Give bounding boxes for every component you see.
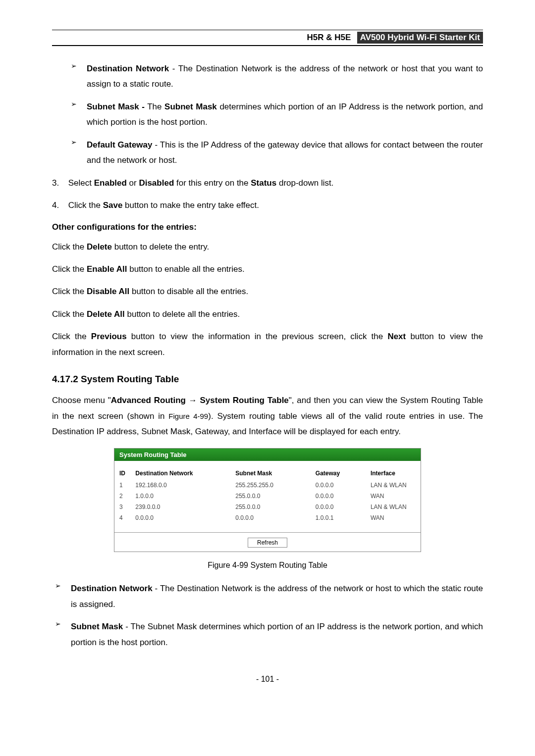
step-text: drop-down list.	[276, 178, 333, 188]
config-line: Click the Enable All button to enable al…	[52, 261, 483, 277]
term-label: Destination Network	[87, 64, 169, 73]
cell-id: 1	[114, 480, 130, 491]
term-label: Default Gateway	[87, 140, 153, 150]
step-text: button to make the entry take effect.	[122, 201, 259, 210]
bullet-arrow-icon: ➢	[55, 620, 61, 628]
step-number: 4.	[52, 198, 66, 213]
term-label: Subnet Mask -	[87, 102, 145, 111]
section-intro: Choose menu "Advanced Routing → System R…	[52, 393, 483, 439]
term-text: - The Subnet Mask determines which porti…	[71, 622, 483, 647]
step-text: Select	[68, 178, 94, 188]
step-text: Click the	[68, 201, 103, 210]
product-code: H5R & H5E	[307, 33, 351, 42]
list-item: Destination Network - The Destination Ne…	[87, 61, 483, 92]
bullet-arrow-icon: ➢	[55, 582, 61, 590]
config-text: button to disable all the entries.	[129, 287, 248, 296]
step-bold: Enabled	[94, 178, 127, 188]
list-item: Subnet Mask - The Subnet Mask determines…	[71, 619, 483, 650]
step-text: for this entry on the	[174, 178, 251, 188]
term-label: Destination Network	[71, 584, 153, 593]
step-3: 3. Select Enabled or Disabled for this e…	[52, 175, 483, 191]
step-text: or	[127, 178, 139, 188]
config-text: Click the	[52, 287, 87, 296]
config-text: Click the	[52, 264, 87, 274]
intro-text: →	[186, 396, 200, 405]
cell-interface: WAN	[366, 512, 421, 523]
step-bold: Save	[103, 201, 123, 210]
cell-dest: 1.0.0.0	[130, 491, 230, 502]
cell-interface: LAN & WLAN	[366, 480, 421, 491]
routing-button-row: Refresh	[114, 532, 421, 552]
step-bold: Status	[251, 178, 276, 188]
figure-routing-table: System Routing Table ID Destination Netw…	[52, 448, 483, 552]
page-header: H5R & H5E AV500 Hybrid Wi-Fi Starter Kit	[52, 30, 483, 46]
bullet-arrow-icon: ➢	[71, 138, 77, 146]
table-row: 2 1.0.0.0 255.0.0.0 0.0.0.0 WAN	[114, 491, 421, 502]
prev-next-line: Click the Previous button to view the in…	[52, 329, 483, 360]
list-item: Subnet Mask - The Subnet Mask determines…	[87, 99, 483, 130]
config-text: button to delete all the entries.	[125, 309, 240, 319]
bullet-arrow-icon: ➢	[71, 62, 77, 70]
routing-panel-title: System Routing Table	[114, 449, 421, 461]
nav-text: Click the	[52, 332, 91, 341]
step-bold: Disabled	[139, 178, 174, 188]
col-gateway: Gateway	[311, 467, 366, 480]
table-row: 1 192.168.0.0 255.255.255.0 0.0.0.0 LAN …	[114, 480, 421, 491]
list-item: Default Gateway - This is the IP Address…	[87, 137, 483, 168]
intro-bold: Advanced Routing	[111, 396, 186, 405]
figure-caption: Figure 4-99 System Routing Table	[52, 561, 483, 570]
config-bold: Delete All	[87, 309, 125, 319]
cell-dest: 0.0.0.0	[130, 512, 230, 523]
cell-mask: 255.255.255.0	[230, 480, 311, 491]
config-line: Click the Delete button to delete the en…	[52, 239, 483, 254]
config-bold: Enable All	[87, 264, 127, 274]
step-number: 3.	[52, 175, 66, 191]
table-row: 4 0.0.0.0 0.0.0.0 1.0.0.1 WAN	[114, 512, 421, 523]
cell-id: 3	[114, 502, 130, 512]
definition-list-bottom: ➢ Destination Network - The Destination …	[71, 581, 483, 650]
col-interface: Interface	[366, 467, 421, 480]
cell-mask: 255.0.0.0	[230, 502, 311, 512]
config-text: Click the	[52, 242, 87, 252]
routing-panel: System Routing Table ID Destination Netw…	[114, 448, 421, 552]
col-id: ID	[114, 467, 130, 480]
col-subnetmask: Subnet Mask	[230, 467, 311, 480]
cell-mask: 0.0.0.0	[230, 512, 311, 523]
step-4: 4. Click the Save button to make the ent…	[52, 198, 483, 213]
config-bold: Delete	[87, 242, 112, 252]
figure-ref: Figure 4-99	[168, 412, 208, 420]
cell-dest: 239.0.0.0	[130, 502, 230, 512]
cell-id: 4	[114, 512, 130, 523]
config-line: Click the Delete All button to delete al…	[52, 306, 483, 322]
intro-bold: System Routing Table	[200, 396, 288, 405]
table-header-row: ID Destination Network Subnet Mask Gatew…	[114, 467, 421, 480]
cell-gateway: 0.0.0.0	[311, 502, 366, 512]
config-line: Click the Disable All button to disable …	[52, 284, 483, 299]
cell-dest: 192.168.0.0	[130, 480, 230, 491]
section-heading: 4.17.2 System Routing Table	[52, 374, 483, 385]
page-number: - 101 -	[52, 675, 483, 684]
nav-text: button to view the information in the pr…	[127, 332, 388, 341]
col-destination: Destination Network	[130, 467, 230, 480]
intro-text: Choose menu "	[52, 396, 111, 405]
product-tagline: AV500 Hybrid Wi-Fi Starter Kit	[357, 32, 483, 44]
cell-mask: 255.0.0.0	[230, 491, 311, 502]
config-text: button to enable all the entries.	[127, 264, 244, 274]
list-item: Destination Network - The Destination Ne…	[71, 581, 483, 612]
cell-gateway: 0.0.0.0	[311, 480, 366, 491]
cell-gateway: 0.0.0.0	[311, 491, 366, 502]
term-text: The	[145, 102, 164, 111]
definition-list-top: ➢ Destination Network - The Destination …	[87, 61, 483, 168]
bullet-arrow-icon: ➢	[71, 100, 77, 108]
config-text: button to delete the entry.	[112, 242, 209, 252]
config-bold: Disable All	[87, 287, 129, 296]
routing-table: ID Destination Network Subnet Mask Gatew…	[114, 467, 421, 523]
term-label: Subnet Mask	[71, 622, 123, 631]
cell-gateway: 1.0.0.1	[311, 512, 366, 523]
cell-interface: LAN & WLAN	[366, 502, 421, 512]
config-text: Click the	[52, 309, 87, 319]
nav-bold: Next	[387, 332, 406, 341]
refresh-button[interactable]: Refresh	[248, 538, 287, 548]
cell-id: 2	[114, 491, 130, 502]
term-label: Subnet Mask	[164, 102, 217, 111]
